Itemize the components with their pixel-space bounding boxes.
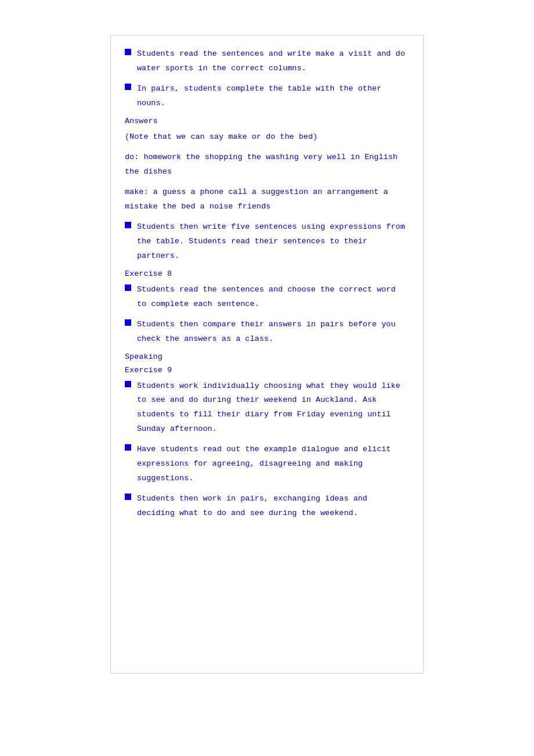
answers-header: Answers: [125, 117, 409, 125]
exercise9-header: Exercise 9: [125, 366, 409, 375]
bullet-text-1: Students read the sentences and write ma…: [137, 47, 409, 76]
bullet-icon-8: [125, 494, 131, 500]
bullet-icon-4: [125, 285, 131, 291]
bullet-icon-1: [125, 49, 131, 55]
bullet-item-1: Students read the sentences and write ma…: [125, 47, 409, 76]
bullet-item-6: Students work individually choosing what…: [125, 379, 409, 437]
bullet-icon-2: [125, 84, 131, 90]
exercise8-header: Exercise 8: [125, 269, 409, 278]
bullet-icon-5: [125, 319, 131, 326]
bullet-icon-6: [125, 381, 131, 387]
bullet-text-8: Students then work in pairs, exchanging …: [137, 492, 409, 521]
bullet-item-7: Have students read out the example dialo…: [125, 442, 409, 486]
bullet-item-3: Students then write five sentences using…: [125, 220, 409, 264]
bullet-text-5: Students then compare their answers in p…: [137, 318, 409, 347]
page-container: Students read the sentences and write ma…: [0, 0, 534, 756]
bullet-text-7: Have students read out the example dialo…: [137, 442, 409, 486]
bullet-icon-7: [125, 444, 131, 451]
bullet-text-3: Students then write five sentences using…: [137, 220, 409, 264]
content-box: Students read the sentences and write ma…: [110, 35, 424, 674]
bullet-text-6: Students work individually choosing what…: [137, 379, 409, 437]
make-line: make: a guess a phone call a suggestion …: [125, 185, 409, 214]
bullet-text-4: Students read the sentences and choose t…: [137, 283, 409, 312]
bullet-icon-3: [125, 222, 131, 228]
bullet-item-5: Students then compare their answers in p…: [125, 318, 409, 347]
speaking-header: Speaking: [125, 352, 409, 361]
note-text: (Note that we can say make or do the bed…: [125, 130, 409, 145]
bullet-text-2: In pairs, students complete the table wi…: [137, 82, 409, 111]
bullet-item-4: Students read the sentences and choose t…: [125, 283, 409, 312]
bullet-item-2: In pairs, students complete the table wi…: [125, 82, 409, 111]
do-line: do: homework the shopping the washing ve…: [125, 150, 409, 179]
bullet-item-8: Students then work in pairs, exchanging …: [125, 492, 409, 521]
